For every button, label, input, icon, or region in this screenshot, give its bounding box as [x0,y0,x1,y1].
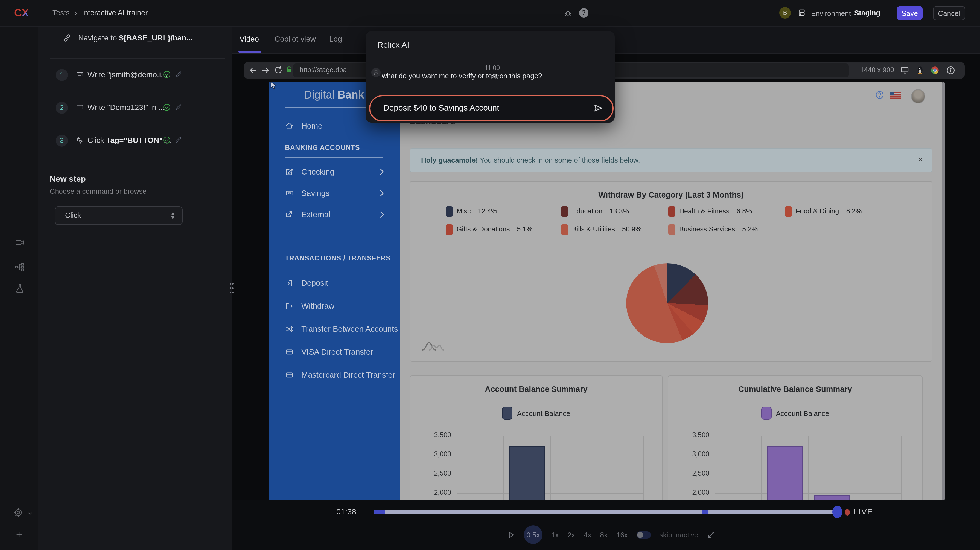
play-icon[interactable] [507,530,515,539]
signout-icon [285,302,293,310]
card-icon [285,371,294,379]
tab-log[interactable]: Log [329,35,342,43]
step-number: 2 [56,102,68,114]
speed-4x[interactable]: 4x [584,531,591,539]
fullscreen-icon[interactable] [707,531,715,539]
skip-inactive-label: skip inactive [660,531,698,539]
cumulative-balance-card: Cumulative Balance Summary Account Balan… [668,375,923,500]
progress-scrubber[interactable] [832,506,842,518]
pie-legend: Misc12.4%Education13.3%Health & Fitness6… [446,206,862,235]
chrome-icon [931,66,939,75]
reload-icon[interactable] [274,66,283,75]
video-viewport: Digital Bank HomeBANKING ACCOUNTSCheckin… [269,82,945,500]
left-rail [0,26,38,550]
bank-nav-external[interactable]: External [269,204,400,225]
monitor-icon[interactable] [900,66,910,75]
bank-nav-label: Mastercard Direct Transfer [301,370,395,379]
add-plus-icon[interactable] [15,530,24,539]
pie-legend-item: Bills & Utilities50.9% [561,224,668,235]
save-button[interactable]: Save [897,6,923,20]
speed-0.5x[interactable]: 0.5x [524,525,542,544]
bank-help-icon[interactable] [875,90,884,100]
bank-nav-label: VISA Direct Transfer [301,348,373,356]
help-icon[interactable]: ? [579,8,589,18]
bank-nav: HomeBANKING ACCOUNTSCheckingSavingsExter… [269,112,400,386]
bar-chart-legend: Account Balance [668,407,922,420]
send-icon[interactable] [593,103,603,113]
progress-marker[interactable] [702,510,708,515]
tab-video[interactable]: Video [240,35,259,43]
alert-close-icon[interactable]: × [918,154,923,165]
ai-prompt-input[interactable]: Deposit $40 to Savings Account [369,95,614,121]
speed-8x[interactable]: 8x [600,531,607,539]
environment-icon [797,8,806,17]
ai-prompt-value: Deposit $40 to Savings Account [383,103,501,112]
speed-1x[interactable]: 1x [551,531,558,539]
bank-nav-savings[interactable]: Savings [269,182,400,204]
speed-16x[interactable]: 16x [616,531,628,539]
app-root: CX Tests › Interactive AI trainer ? B En… [0,0,980,550]
settings-gear-icon[interactable] [13,507,24,518]
step-row-3[interactable]: 3Click Tag="BUTTON" ... [38,124,232,156]
bank-nav-transfer-between-accounts[interactable]: Transfer Between Accounts [269,317,400,340]
link-icon [62,33,72,43]
player-controls: 0.5x1x2x4x8x16x skip inactive [507,525,715,544]
step-success-icon [162,70,171,79]
bank-nav-withdraw[interactable]: Withdraw [269,295,400,317]
bank-user-avatar[interactable] [911,89,925,104]
bank-nav-deposit[interactable]: Deposit [269,271,400,295]
pie-legend-item: Health & Fitness6.8% [668,206,785,217]
pie-legend-item: Misc12.4% [446,206,561,217]
bar-value-3230 [768,446,803,500]
us-flag-icon[interactable] [890,92,901,99]
progress-track[interactable] [374,510,837,514]
skip-inactive-toggle[interactable] [636,531,651,538]
cx-logo[interactable]: CX [14,7,29,19]
user-avatar[interactable]: B [779,7,791,19]
y-axis-tick: 3,500 [425,431,451,439]
speed-2x[interactable]: 2x [567,531,575,539]
flows-tree-icon[interactable] [14,261,25,273]
tests-flask-icon[interactable] [14,283,25,294]
url-text: http://stage.dba [300,66,347,74]
legend-swatch [761,407,772,420]
recordings-camera-icon[interactable] [14,238,25,247]
bot-avatar-icon [371,68,380,77]
debug-bug-icon[interactable] [563,8,573,18]
step-edit-icon[interactable] [175,70,182,78]
step-row-2[interactable]: 2Write "Demo123!" in ... [38,91,232,124]
cancel-button[interactable]: Cancel [933,6,965,20]
bank-nav-label: Savings [301,188,329,197]
environment-value[interactable]: Staging [854,9,880,17]
alert-banner: Holy guacamole! You should check in on s… [410,148,932,172]
card-icon [285,348,294,356]
bank-nav-checking[interactable]: Checking [269,161,400,182]
bank-nav-label: Withdraw [301,301,334,310]
shuffle-icon [285,325,294,333]
panel-drag-handle[interactable] [228,281,236,298]
info-icon[interactable] [946,66,955,75]
step-edit-icon[interactable] [175,104,182,111]
tab-copilot-view[interactable]: Copilot view [275,35,316,43]
step-row-1[interactable]: 1Write "jsmith@demo.i... [38,59,232,91]
y-axis-tick: 3,000 [683,450,709,458]
breadcrumb-tests[interactable]: Tests [52,9,70,17]
bar-plot [715,435,901,500]
bank-nav-label: External [301,210,330,218]
live-dot [845,509,850,515]
step-label: Click Tag="BUTTON" ... [88,136,159,145]
external-icon [285,210,293,218]
bank-nav-visa-direct-transfer[interactable]: VISA Direct Transfer [269,340,400,363]
page-scrollbar[interactable] [942,82,945,500]
signin-icon [285,279,293,287]
step-navigate[interactable]: Navigate to ${BASE_URL}/ban... [38,26,232,58]
select-chevrons-icon: ▲▼ [170,211,175,220]
relicx-ai-dialog: Relicx AI what do you want me to verify … [366,31,615,123]
forward-arrow-icon[interactable] [261,66,270,75]
bank-nav-mastercard-direct-transfer[interactable]: Mastercard Direct Transfer [269,363,400,386]
bank-nav-label: Transfer Between Accounts [301,325,398,333]
step-edit-icon[interactable] [175,136,182,144]
back-arrow-icon[interactable] [248,66,258,75]
chevron-down-icon[interactable] [27,510,33,517]
command-select[interactable]: Click ▲▼ [55,206,183,225]
